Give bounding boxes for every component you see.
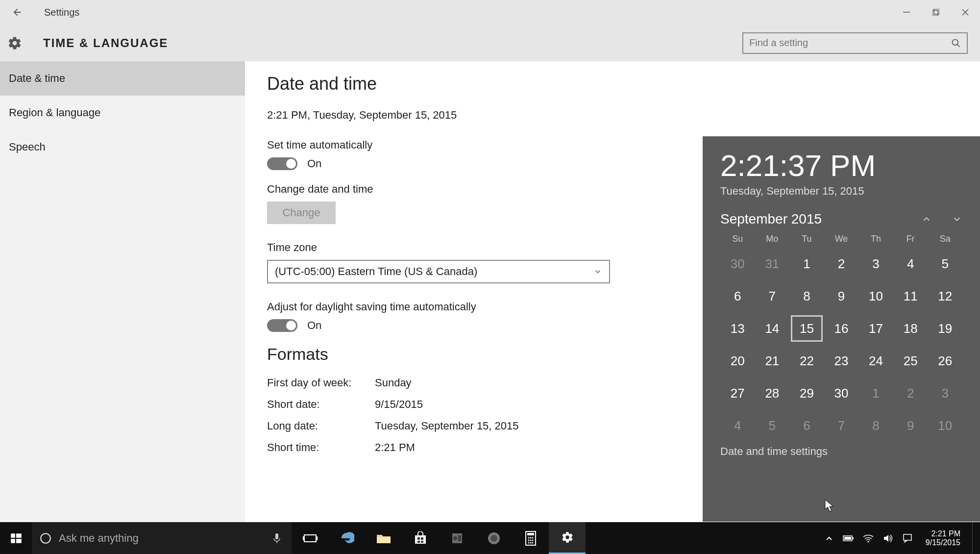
taskbar: Ask me anything 2:21 PM 9/15/2015 [0,522,980,554]
chevron-up-icon [825,534,833,542]
calendar-day[interactable]: 22 [789,346,824,376]
svg-point-34 [528,542,529,543]
calendar-day[interactable]: 24 [858,346,893,376]
calendar-day[interactable]: 1 [858,378,893,408]
calendar-day[interactable]: 16 [824,314,859,343]
taskbar-app-generic-1[interactable] [439,522,475,554]
calendar-day[interactable]: 9 [893,411,928,440]
calendar-day[interactable]: 5 [928,249,962,278]
calendar-day[interactable]: 3 [858,249,893,278]
calendar-day[interactable]: 28 [755,378,790,408]
calendar-day[interactable]: 21 [755,346,790,376]
taskbar-search[interactable]: Ask me anything [32,522,292,554]
sidebar-item-region-language[interactable]: Region & language [0,96,245,130]
chevron-down-icon [952,214,962,225]
calendar-day[interactable]: 8 [858,411,893,440]
wifi-icon[interactable] [862,532,875,545]
show-desktop-button[interactable] [972,522,976,554]
flyout-month[interactable]: September 2015 [720,211,921,227]
page-title: Date and time [267,74,958,94]
calendar-day[interactable]: 12 [928,281,962,311]
taskbar-search-placeholder: Ask me anything [59,532,139,545]
calendar-day[interactable]: 31 [755,249,790,278]
calendar-day[interactable]: 30 [824,378,859,408]
calendar-day[interactable]: 29 [789,378,824,408]
action-center-icon[interactable] [901,532,914,545]
svg-rect-1 [932,10,938,16]
calendar-day[interactable]: 14 [755,314,790,343]
calendar-day[interactable]: 7 [755,281,790,311]
calendar-day[interactable]: 23 [824,346,859,376]
sidebar-item-speech[interactable]: Speech [0,130,245,164]
search-box[interactable] [742,32,968,54]
calendar-day[interactable]: 2 [824,249,859,278]
calendar-row: 20212223242526 [720,346,962,376]
dst-toggle[interactable] [267,319,297,332]
minimize-button[interactable] [892,0,921,25]
calendar-day[interactable]: 10 [928,411,962,440]
svg-rect-27 [527,533,534,535]
calendar-day[interactable]: 3 [928,378,962,408]
format-key: Short date: [267,398,375,411]
calendar-day[interactable]: 18 [893,314,928,343]
volume-icon[interactable] [882,532,894,545]
taskbar-app-firefox[interactable] [475,522,512,554]
calendar-day[interactable]: 13 [720,314,755,343]
calendar-day[interactable]: 11 [893,281,928,311]
month-next-button[interactable] [952,214,962,225]
calendar-day[interactable]: 5 [755,411,790,440]
folder-icon [376,532,392,545]
calendar-dow: Su [720,234,755,244]
calendar-day[interactable]: 27 [720,378,755,408]
taskbar-app-calculator[interactable] [512,522,549,554]
svg-point-29 [530,537,531,538]
battery-icon[interactable] [842,532,855,545]
calendar-day[interactable]: 26 [928,346,962,376]
calendar-day[interactable]: 20 [720,346,755,376]
svg-point-40 [867,541,869,542]
calendar-day[interactable]: 6 [720,281,755,311]
taskbar-clock[interactable]: 2:21 PM 9/15/2015 [921,529,965,547]
calendar-day[interactable]: 25 [893,346,928,376]
calendar-day[interactable]: 6 [789,411,824,440]
svg-rect-38 [844,537,851,540]
clock-calendar-flyout: 2:21:37 PM Tuesday, September 15, 2015 S… [703,136,980,522]
svg-rect-15 [377,537,391,543]
calendar-day[interactable]: 19 [928,314,962,343]
calendar-day[interactable]: 4 [720,411,755,440]
taskbar-app-edge[interactable] [328,522,365,554]
calendar-dow: We [824,234,859,244]
taskbar-app-store[interactable] [402,522,439,554]
set-time-auto-toggle[interactable] [267,157,297,170]
calendar-day[interactable]: 2 [893,378,928,408]
back-button[interactable] [10,5,24,20]
calendar-day[interactable]: 8 [789,281,824,311]
time-zone-dropdown[interactable]: (UTC-05:00) Eastern Time (US & Canada) [267,260,610,283]
taskbar-app-explorer[interactable] [365,522,402,554]
tray-overflow-button[interactable] [823,532,835,545]
sidebar-item-date-time[interactable]: Date & time [0,61,245,96]
minimize-icon [903,9,910,16]
format-key: First day of week: [267,377,375,389]
task-view-button[interactable] [292,522,328,554]
close-button[interactable] [951,0,980,25]
calendar-day[interactable]: 4 [893,249,928,278]
start-button[interactable] [0,522,32,554]
microphone-icon[interactable] [267,532,292,544]
calendar-day[interactable]: 1 [789,249,824,278]
maximize-button[interactable] [921,0,951,25]
change-button: Change [267,201,336,224]
calendar-day[interactable]: 30 [720,249,755,278]
calendar-day[interactable]: 7 [824,411,859,440]
calendar-grid: SuMoTuWeThFrSa 3031123456789101112131415… [720,234,962,440]
svg-rect-23 [458,535,461,541]
date-time-settings-link[interactable]: Date and time settings [720,445,962,458]
calendar-day[interactable]: 15 [789,314,824,343]
calendar-day[interactable]: 9 [824,281,859,311]
format-value: 9/15/2015 [375,398,423,411]
search-input[interactable] [749,37,951,49]
calendar-day[interactable]: 10 [858,281,893,311]
calendar-day[interactable]: 17 [858,314,893,343]
month-prev-button[interactable] [921,214,932,225]
taskbar-app-settings[interactable] [549,522,586,554]
